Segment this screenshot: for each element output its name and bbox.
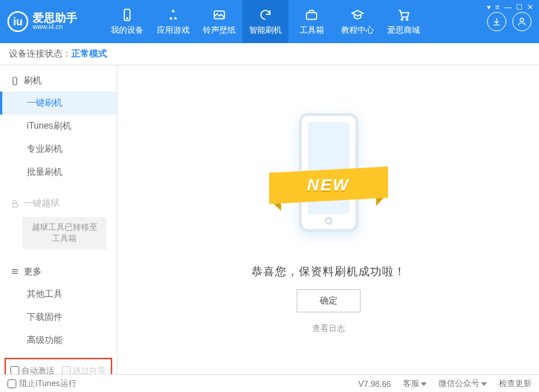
chevron-down-icon xyxy=(481,382,487,386)
success-illustration: NEW xyxy=(277,106,381,254)
download-button[interactable] xyxy=(487,12,506,31)
skip-wizard-checkbox[interactable]: 跳过向导 xyxy=(62,365,106,374)
menu-icon xyxy=(10,267,19,276)
phone-icon xyxy=(120,7,135,22)
main-nav: 我的设备 应用游戏 铃声壁纸 智能刷机 工具箱 教程中心 爱思商城 xyxy=(104,0,427,43)
image-icon xyxy=(212,7,227,22)
logo-icon: iu xyxy=(7,11,28,32)
nav-tutorials[interactable]: 教程中心 xyxy=(335,0,381,43)
sidebar-head-more[interactable]: 更多 xyxy=(0,261,117,283)
jailbreak-note: 越狱工具已转移至工具箱 xyxy=(22,217,106,249)
refresh-icon xyxy=(258,7,273,22)
user-button[interactable] xyxy=(512,12,532,31)
svg-point-4 xyxy=(401,19,403,20)
sidebar-item-download[interactable]: 下载固件 xyxy=(0,306,117,329)
status-bar: 设备连接状态： 正常模式 xyxy=(0,43,539,65)
auto-activate-checkbox[interactable]: 自动激活 xyxy=(10,365,54,374)
minimize-icon[interactable]: — xyxy=(504,3,511,11)
nav-toolbox[interactable]: 工具箱 xyxy=(288,0,335,43)
svg-rect-7 xyxy=(13,77,17,85)
svg-point-1 xyxy=(126,18,128,19)
nav-apps[interactable]: 应用游戏 xyxy=(150,0,196,43)
apps-icon xyxy=(166,7,181,22)
list-icon[interactable]: ≡ xyxy=(495,3,500,11)
ok-button[interactable]: 确定 xyxy=(297,289,361,312)
logo: iu 爱思助手 www.i4.cn xyxy=(7,11,104,32)
status-label: 设备连接状态： xyxy=(9,48,71,60)
wechat-link[interactable]: 微信公众号 xyxy=(439,378,487,389)
main-content: NEW 恭喜您，保资料刷机成功啦！ 确定 查看日志 xyxy=(117,65,539,374)
sidebar-item-advanced[interactable]: 高级功能 xyxy=(0,329,117,352)
svg-point-6 xyxy=(520,18,524,22)
svg-rect-8 xyxy=(13,203,18,207)
close-icon[interactable]: ✕ xyxy=(527,3,533,11)
options-box: 自动激活 跳过向导 xyxy=(4,358,112,374)
block-itunes-checkbox[interactable]: 阻止iTunes运行 xyxy=(7,378,77,389)
new-ribbon: NEW xyxy=(269,167,388,204)
nav-ringtones[interactable]: 铃声壁纸 xyxy=(196,0,242,43)
nav-store[interactable]: 爱思商城 xyxy=(381,0,427,43)
footer: 阻止iTunes运行 V7.98.66 客服 微信公众号 检查更新 xyxy=(0,374,539,392)
sidebar-item-batch[interactable]: 批量刷机 xyxy=(0,161,117,184)
chevron-down-icon xyxy=(421,382,427,386)
nav-my-device[interactable]: 我的设备 xyxy=(104,0,150,43)
graduation-icon xyxy=(350,7,365,22)
maximize-icon[interactable]: ☐ xyxy=(516,3,523,11)
svg-rect-3 xyxy=(306,13,317,19)
app-name: 爱思助手 xyxy=(33,12,77,25)
nav-flash[interactable]: 智能刷机 xyxy=(242,0,288,43)
version-label: V7.98.66 xyxy=(358,379,391,388)
sidebar-item-oneclick[interactable]: 一键刷机 xyxy=(0,91,117,115)
success-message: 恭喜您，保资料刷机成功啦！ xyxy=(251,265,406,279)
sidebar: 刷机 一键刷机 iTunes刷机 专业刷机 批量刷机 一键越狱 越狱工具已转移至… xyxy=(0,65,117,374)
svg-point-5 xyxy=(406,19,407,20)
sidebar-item-other[interactable]: 其他工具 xyxy=(0,283,117,306)
update-link[interactable]: 检查更新 xyxy=(499,378,532,389)
lock-icon xyxy=(10,199,19,208)
app-header: iu 爱思助手 www.i4.cn 我的设备 应用游戏 铃声壁纸 智能刷机 工具… xyxy=(0,0,539,43)
view-log-link[interactable]: 查看日志 xyxy=(312,323,345,334)
support-link[interactable]: 客服 xyxy=(403,378,427,389)
status-value: 正常模式 xyxy=(71,48,107,60)
sidebar-item-itunes[interactable]: iTunes刷机 xyxy=(0,115,117,138)
sidebar-item-pro[interactable]: 专业刷机 xyxy=(0,138,117,161)
sidebar-head-flash[interactable]: 刷机 xyxy=(0,70,117,91)
phone-small-icon xyxy=(10,77,19,86)
app-url: www.i4.cn xyxy=(33,24,77,31)
toolbox-icon xyxy=(304,7,319,22)
sidebar-head-jailbreak: 一键越狱 xyxy=(0,193,117,214)
cart-icon xyxy=(396,7,411,22)
menu-dropdown-icon[interactable]: ▾ xyxy=(487,3,491,11)
